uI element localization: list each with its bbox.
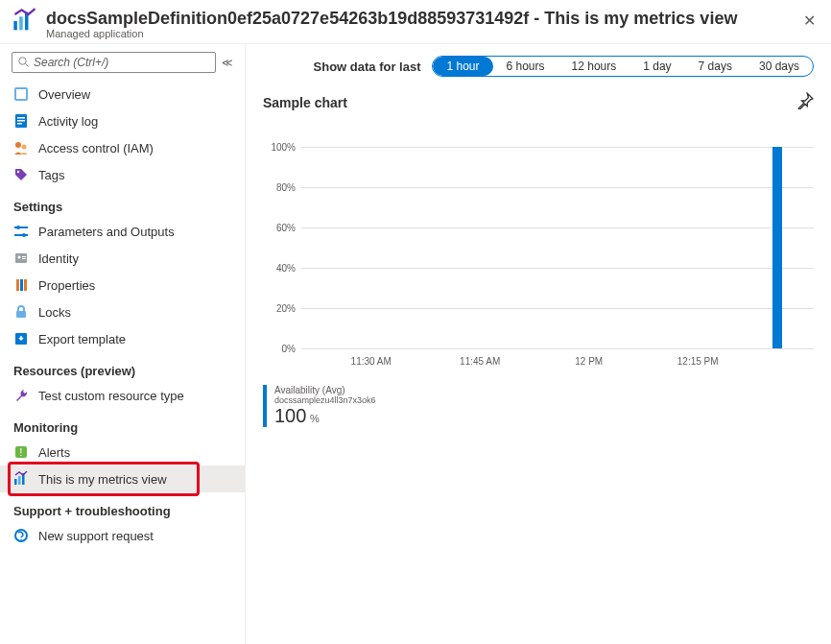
overview-icon	[13, 86, 29, 102]
sidebar-group-support: Support + troubleshooting	[0, 492, 245, 522]
svg-rect-29	[14, 479, 17, 485]
time-pill-12hours[interactable]: 12 hours	[558, 57, 630, 76]
sidebar-item-overview[interactable]: Overview	[0, 81, 245, 107]
search-input[interactable]: Search (Ctrl+/)	[12, 52, 216, 73]
sidebar-item-tags[interactable]: Tags	[0, 161, 245, 188]
close-button[interactable]: ✕	[799, 8, 819, 34]
svg-rect-9	[17, 120, 25, 122]
svg-point-16	[16, 226, 20, 229]
legend-resource-name: docssamplezu4ll3n7x3ok6	[274, 395, 376, 405]
x-tick: 11:45 AM	[460, 356, 500, 367]
svg-rect-25	[16, 311, 26, 318]
chart-legend: Availability (Avg) docssamplezu4ll3n7x3o…	[263, 385, 814, 427]
sidebar-item-activity-log[interactable]: Activity log	[0, 107, 245, 134]
page-title: docsSampleDefinition0ef25a0727e54263b19d…	[46, 8, 799, 29]
svg-rect-30	[18, 476, 21, 485]
y-tick: 20%	[276, 303, 296, 314]
sidebar-item-test-custom-resource[interactable]: Test custom resource type	[0, 382, 245, 409]
time-pill-30days[interactable]: 30 days	[746, 57, 813, 76]
time-pill-6hours[interactable]: 6 hours	[493, 57, 558, 76]
chart-area: 0%20%40%60%80%100% 11:30 AM11:45 AM12 PM…	[263, 147, 814, 377]
metrics-icon	[12, 8, 38, 35]
pin-button[interactable]	[796, 92, 814, 112]
svg-rect-0	[13, 21, 17, 30]
y-tick: 100%	[271, 142, 296, 153]
y-tick: 0%	[282, 344, 296, 354]
properties-icon	[13, 277, 29, 293]
alerts-icon: !	[13, 444, 29, 460]
y-tick: 40%	[276, 263, 296, 274]
chart-bar	[772, 147, 782, 348]
time-pill-7days[interactable]: 7 days	[685, 57, 746, 76]
search-icon	[18, 57, 30, 68]
sidebar-item-access-control[interactable]: Access control (IAM)	[0, 134, 245, 161]
identity-icon	[13, 250, 29, 266]
x-tick: 11:30 AM	[351, 356, 392, 367]
legend-value: 100	[274, 405, 306, 426]
y-tick: 60%	[276, 223, 296, 233]
sidebar-item-export-template[interactable]: Export template	[0, 325, 245, 352]
time-pill-1hour[interactable]: 1 hour	[433, 57, 492, 76]
legend-color-swatch	[263, 385, 267, 427]
metrics-icon	[13, 471, 29, 487]
sidebar-group-resources: Resources (preview)	[0, 352, 245, 382]
legend-metric-name: Availability (Avg)	[274, 385, 376, 395]
sidebar-group-settings: Settings	[0, 188, 245, 218]
collapse-sidebar-icon[interactable]: ≪	[222, 57, 233, 69]
svg-point-3	[19, 58, 27, 65]
sidebar-item-alerts[interactable]: !Alerts	[0, 439, 245, 465]
svg-rect-23	[20, 279, 23, 291]
chart-title: Sample chart	[263, 95, 347, 110]
svg-rect-6	[16, 89, 26, 99]
svg-point-19	[18, 256, 21, 259]
svg-rect-1	[19, 16, 23, 30]
export-template-icon	[13, 331, 29, 346]
legend-unit: %	[310, 413, 320, 424]
svg-rect-21	[22, 258, 26, 259]
svg-rect-10	[17, 123, 22, 125]
page-subtitle: Managed application	[46, 28, 799, 39]
x-tick: 12:15 PM	[677, 356, 719, 367]
y-tick: 80%	[276, 182, 296, 193]
svg-line-4	[26, 64, 29, 67]
svg-point-17	[22, 233, 26, 237]
parameters-icon	[13, 224, 29, 239]
sidebar-item-new-support-request[interactable]: New support request	[0, 522, 245, 549]
sidebar-item-parameters[interactable]: Parameters and Outputs	[0, 218, 245, 245]
svg-rect-22	[16, 279, 19, 291]
support-icon	[13, 528, 29, 543]
svg-rect-20	[22, 256, 26, 257]
sidebar-item-properties[interactable]: Properties	[0, 272, 245, 298]
sidebar: Search (Ctrl+/) ≪ Overview Activity log …	[0, 44, 246, 644]
svg-point-33	[20, 538, 22, 540]
time-pill-1day[interactable]: 1 day	[629, 57, 684, 76]
activity-log-icon	[13, 113, 29, 129]
svg-text:!: !	[20, 447, 23, 458]
pin-icon	[796, 92, 814, 109]
x-tick: 12 PM	[575, 356, 603, 367]
time-range-label: Show data for last	[314, 60, 421, 74]
blade-header: docsSampleDefinition0ef25a0727e54263b19d…	[0, 0, 831, 44]
locks-icon	[13, 304, 29, 320]
sidebar-group-monitoring: Monitoring	[0, 409, 245, 439]
time-range-row: Show data for last 1 hour 6 hours 12 hou…	[263, 56, 814, 77]
svg-point-11	[15, 142, 21, 148]
svg-rect-8	[17, 117, 25, 119]
sidebar-item-metrics-view[interactable]: This is my metrics view	[0, 465, 245, 492]
svg-rect-24	[24, 279, 27, 291]
wrench-icon	[13, 388, 29, 403]
tags-icon	[13, 167, 29, 182]
access-control-icon	[13, 140, 29, 155]
svg-point-13	[17, 171, 19, 173]
time-range-pills: 1 hour 6 hours 12 hours 1 day 7 days 30 …	[432, 56, 814, 77]
sidebar-item-locks[interactable]: Locks	[0, 298, 245, 325]
svg-point-12	[22, 145, 27, 150]
sidebar-item-identity[interactable]: Identity	[0, 245, 245, 272]
main-content: Show data for last 1 hour 6 hours 12 hou…	[246, 44, 831, 644]
